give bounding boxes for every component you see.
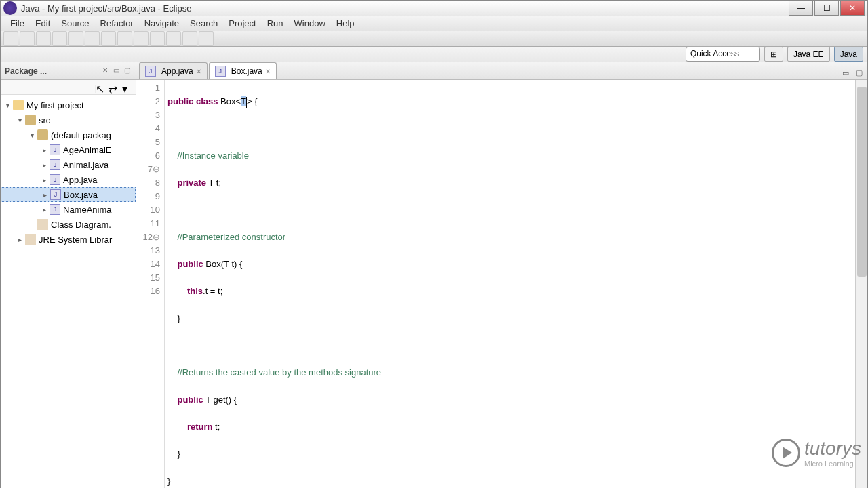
close-tab-icon[interactable]: ✕ xyxy=(196,68,201,75)
close-view-icon[interactable]: ✕ xyxy=(100,66,110,76)
java-file-icon: J xyxy=(50,189,61,200)
maximize-button[interactable]: ☐ xyxy=(814,1,839,16)
tool-saveall[interactable] xyxy=(36,31,51,46)
menu-window[interactable]: Window xyxy=(289,16,331,30)
menu-file[interactable]: File xyxy=(5,16,30,30)
tool-save[interactable] xyxy=(20,31,35,46)
editor-minimize-icon[interactable]: ▭ xyxy=(840,68,851,79)
editor-vscrollbar[interactable] xyxy=(855,80,867,488)
minimize-view-icon[interactable]: ▭ xyxy=(111,66,121,76)
expander-icon[interactable]: ▾ xyxy=(28,131,36,139)
tool-debug[interactable] xyxy=(68,31,83,46)
expander-icon[interactable]: ▾ xyxy=(16,117,24,124)
tree-class-diagram[interactable]: Class Diagram. xyxy=(1,217,136,232)
view-menu-icon[interactable]: ▾ xyxy=(122,83,132,92)
tree-jre[interactable]: ▸ JRE System Librar xyxy=(1,232,136,247)
perspective-java-ee[interactable]: Java EE xyxy=(787,47,830,62)
tool-runlast[interactable] xyxy=(101,31,116,46)
tree-file[interactable]: ▸ J App.java xyxy=(1,172,136,187)
expander-icon[interactable]: ▸ xyxy=(41,191,49,199)
tool-search[interactable] xyxy=(166,31,181,46)
tool-run[interactable] xyxy=(85,31,100,46)
tree-package[interactable]: ▾ (default packag xyxy=(1,127,136,142)
editor-tab-box[interactable]: J Box.java ✕ xyxy=(209,62,277,79)
expander-icon[interactable]: ▸ xyxy=(16,236,24,243)
tool-new[interactable] xyxy=(3,31,18,46)
tree-file[interactable]: ▸ J NameAnima xyxy=(1,202,136,217)
titlebar: Java - My first project/src/Box.java - E… xyxy=(1,1,867,16)
expander-icon[interactable]: ▸ xyxy=(40,206,48,214)
maximize-view-icon[interactable]: ▢ xyxy=(122,66,132,76)
tool-newclass[interactable] xyxy=(117,31,132,46)
toolbar xyxy=(1,31,867,47)
tool-forward[interactable] xyxy=(199,31,214,46)
editor-maximize-icon[interactable]: ▢ xyxy=(854,68,865,79)
tree-project[interactable]: ▾ My first project xyxy=(1,98,136,113)
expander-icon[interactable]: ▾ xyxy=(3,102,12,109)
collapse-all-icon[interactable]: ⇱ xyxy=(95,83,104,92)
package-explorer-title: Package ... xyxy=(5,66,99,76)
project-tree[interactable]: ▾ My first project ▾ src ▾ (default pack… xyxy=(1,95,136,488)
tool-opentype[interactable] xyxy=(150,31,165,46)
window-title: Java - My first project/src/Box.java - E… xyxy=(21,3,789,14)
java-file-icon: J xyxy=(50,174,60,185)
menu-edit[interactable]: Edit xyxy=(30,16,56,30)
expander-icon[interactable]: ▸ xyxy=(40,161,48,169)
tool-back[interactable] xyxy=(182,31,197,46)
library-icon xyxy=(25,234,36,245)
tree-src[interactable]: ▾ src xyxy=(1,113,136,127)
package-explorer: Package ... ✕ ▭ ▢ ⇱ ⇄ ▾ ▾ My first proje… xyxy=(1,62,136,488)
line-gutter: 1 2 3 4 5 6 7⊖ 8 9 10 11 12⊖ 13 14 15 16 xyxy=(136,80,165,488)
menu-help[interactable]: Help xyxy=(331,16,360,30)
close-button[interactable]: ✕ xyxy=(840,1,865,16)
menu-navigate[interactable]: Navigate xyxy=(139,16,184,30)
tree-file-selected[interactable]: ▸ J Box.java xyxy=(1,187,136,202)
editor-tab-app[interactable]: J App.java ✕ xyxy=(139,62,208,79)
java-file-icon: J xyxy=(145,66,156,77)
expander-icon[interactable]: ▸ xyxy=(40,146,48,154)
menu-source[interactable]: Source xyxy=(56,16,94,30)
quick-access-input[interactable]: Quick Access xyxy=(686,47,760,62)
perspective-bar: Quick Access ⊞ Java EE Java xyxy=(1,47,867,62)
code-content[interactable]: public class Box<T> { //Instance variabl… xyxy=(165,80,855,488)
open-perspective-button[interactable]: ⊞ xyxy=(764,47,783,62)
tree-file[interactable]: ▸ J AgeAnimalE xyxy=(1,142,136,157)
close-tab-icon[interactable]: ✕ xyxy=(265,68,271,75)
editor-tabs: J App.java ✕ J Box.java ✕ ▭ ▢ xyxy=(136,62,867,80)
tool-newpkg[interactable] xyxy=(134,31,149,46)
menu-search[interactable]: Search xyxy=(184,16,223,30)
link-editor-icon[interactable]: ⇄ xyxy=(108,83,118,92)
menu-run[interactable]: Run xyxy=(262,16,289,30)
src-folder-icon xyxy=(25,115,36,125)
tool-print[interactable] xyxy=(52,31,67,46)
tree-file[interactable]: ▸ J Animal.java xyxy=(1,157,136,172)
menubar: File Edit Source Refactor Navigate Searc… xyxy=(1,16,867,31)
java-file-icon: J xyxy=(50,204,60,215)
code-editor[interactable]: 1 2 3 4 5 6 7⊖ 8 9 10 11 12⊖ 13 14 15 16 xyxy=(136,80,867,488)
expander-icon[interactable]: ▸ xyxy=(40,176,48,184)
perspective-java[interactable]: Java xyxy=(834,47,863,62)
menu-project[interactable]: Project xyxy=(223,16,261,30)
menu-refactor[interactable]: Refactor xyxy=(95,16,139,30)
diagram-icon xyxy=(37,219,48,230)
java-file-icon: J xyxy=(50,144,60,155)
java-file-icon: J xyxy=(50,159,60,170)
package-icon xyxy=(37,129,48,140)
project-icon xyxy=(13,100,24,110)
eclipse-icon xyxy=(3,1,17,15)
minimize-button[interactable]: — xyxy=(789,1,813,16)
java-file-icon: J xyxy=(215,66,226,77)
scroll-thumb[interactable] xyxy=(857,87,867,277)
